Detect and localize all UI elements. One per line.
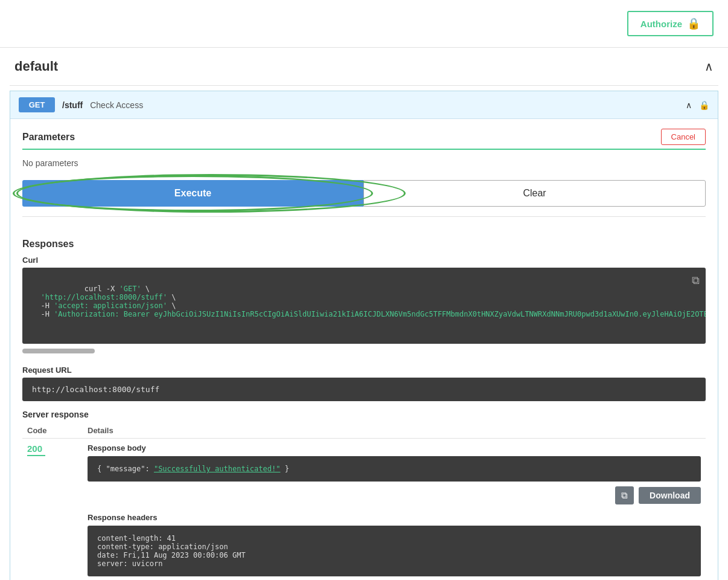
request-url-block: http://localhost:8000/stuff bbox=[22, 378, 706, 401]
method-badge: GET bbox=[19, 97, 55, 112]
responses-title: Responses bbox=[22, 239, 706, 250]
endpoint-description: Check Access bbox=[90, 100, 143, 110]
status-underline bbox=[27, 455, 45, 456]
params-title: Parameters bbox=[22, 132, 75, 143]
action-buttons: Execute Clear bbox=[22, 180, 706, 207]
lock-icon: 🔒 bbox=[687, 17, 700, 30]
endpoint-lock-icon: 🔒 bbox=[699, 100, 709, 110]
authorize-button[interactable]: Authorize 🔒 bbox=[627, 11, 714, 36]
curl-code-block: curl -X 'GET' \ 'http://localhost:8000/s… bbox=[22, 268, 706, 344]
execute-button[interactable]: Execute bbox=[22, 180, 363, 207]
endpoint-header: GET /stuff Check Access ∧ 🔒 bbox=[10, 91, 718, 118]
cancel-button[interactable]: Cancel bbox=[661, 129, 706, 145]
main-content: default ∧ GET /stuff Check Access ∧ 🔒 Pa… bbox=[0, 48, 728, 580]
response-table: Code Details 200 Respo bbox=[22, 423, 706, 580]
download-button[interactable]: Download bbox=[639, 487, 701, 504]
curl-label: Curl bbox=[22, 256, 706, 265]
clear-button[interactable]: Clear bbox=[363, 180, 706, 207]
endpoint-container: GET /stuff Check Access ∧ 🔒 Parameters C… bbox=[10, 91, 718, 580]
response-headers-block: content-length: 41 content-type: applica… bbox=[88, 526, 701, 576]
request-url-section: Request URL http://localhost:8000/stuff bbox=[22, 366, 706, 401]
top-bar: Authorize 🔒 bbox=[0, 0, 728, 48]
curl-section: Curl curl -X 'GET' \ 'http://localhost:8… bbox=[22, 256, 706, 358]
endpoint-chevron-icon[interactable]: ∧ bbox=[686, 100, 692, 110]
scrollbar bbox=[22, 349, 95, 353]
endpoint-path: /stuff bbox=[62, 100, 83, 110]
endpoint-header-left: GET /stuff Check Access bbox=[19, 97, 143, 112]
authorize-label: Authorize bbox=[640, 19, 682, 29]
response-details-cell: Response body { "message": "Successfully… bbox=[83, 439, 706, 581]
endpoint-body: Parameters Cancel No parameters Execute … bbox=[10, 118, 718, 580]
request-url-label: Request URL bbox=[22, 366, 706, 375]
section-title: default bbox=[14, 59, 58, 74]
endpoint-header-right: ∧ 🔒 bbox=[686, 100, 709, 110]
responses-section: Responses Curl curl -X 'GET' \ 'http://l… bbox=[22, 216, 706, 580]
details-col-header: Details bbox=[83, 423, 706, 439]
response-message-value: "Successfully authenticated!" bbox=[154, 465, 281, 473]
table-row: 200 Response body { "message": "Successf… bbox=[22, 439, 706, 581]
section-chevron-icon[interactable]: ∧ bbox=[704, 59, 714, 74]
response-copy-button[interactable]: ⧉ bbox=[615, 486, 634, 504]
response-body-label: Response body bbox=[88, 443, 701, 453]
response-body-block: { "message": "Successfully authenticated… bbox=[88, 456, 701, 482]
params-section-header: Parameters Cancel bbox=[22, 129, 706, 150]
code-col-header: Code bbox=[22, 423, 83, 439]
curl-code: curl -X 'GET' \ 'http://localhost:8000/s… bbox=[32, 285, 706, 318]
section-header: default ∧ bbox=[10, 48, 718, 86]
server-response-section: Server response Code Details 200 bbox=[22, 410, 706, 580]
server-response-label: Server response bbox=[22, 410, 706, 419]
download-area: ⧉ Download bbox=[88, 486, 701, 504]
status-code: 200 bbox=[27, 443, 78, 454]
response-headers-label: Response headers bbox=[88, 513, 701, 522]
curl-copy-icon[interactable]: ⧉ bbox=[692, 274, 700, 287]
no-params-text: No parameters bbox=[22, 158, 706, 168]
